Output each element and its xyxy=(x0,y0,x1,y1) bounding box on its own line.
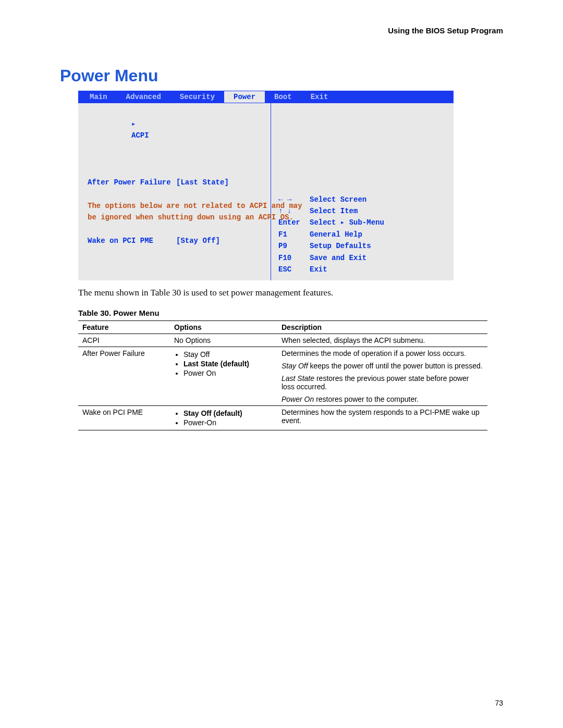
help-row: ESCExit xyxy=(278,264,449,275)
bios-acpi-submenu[interactable]: ▸ ACPI xyxy=(88,106,266,153)
help-row: ← →Select Screen xyxy=(278,194,449,205)
help-row: P9Setup Defaults xyxy=(278,240,449,252)
cell-options: No Options xyxy=(170,334,277,347)
help-row: ↑ ↓Select Item xyxy=(278,205,449,217)
help-text: General Help xyxy=(310,230,362,239)
help-row: F10Save and Exit xyxy=(278,252,449,264)
cell-feature: ACPI xyxy=(78,334,170,347)
bios-body: ▸ ACPI After Power Failure[Last State] T… xyxy=(78,103,454,280)
page: Using the BIOS Setup Program Power Menu … xyxy=(0,0,563,728)
help-key: ESC xyxy=(278,264,310,275)
cell-description: Determines the mode of operation if a po… xyxy=(277,347,487,406)
bios-note-line1: The options below are not related to ACP… xyxy=(88,200,266,212)
help-key: F1 xyxy=(278,229,310,240)
table-caption: Table 30. Power Menu xyxy=(78,309,503,317)
cell-description: Determines how the system responds to a … xyxy=(277,406,487,430)
help-key: P9 xyxy=(278,240,310,252)
bios-field-wake-on-pci-pme[interactable]: Wake on PCI PME[Stay Off] xyxy=(88,235,266,246)
desc-line: Stay Off keeps the power off until the p… xyxy=(282,362,483,370)
power-menu-table: Feature Options Description ACPI No Opti… xyxy=(78,320,487,430)
bios-tab-boot[interactable]: Boot xyxy=(265,91,301,103)
bios-tab-advanced[interactable]: Advanced xyxy=(117,91,170,103)
table-row: Wake on PCI PME Stay Off (default) Power… xyxy=(78,406,487,430)
cell-description: When selected, displays the ACPI submenu… xyxy=(277,334,487,347)
bios-screenshot: Main Advanced Security Power Boot Exit ▸… xyxy=(78,91,454,280)
page-title: Power Menu xyxy=(60,66,503,85)
help-text: Exit xyxy=(310,265,327,274)
list-item: Stay Off (default) xyxy=(183,409,273,417)
col-description: Description xyxy=(277,321,487,334)
header-title: Using the BIOS Setup Program xyxy=(60,26,503,35)
table-row: ACPI No Options When selected, displays … xyxy=(78,334,487,347)
help-text: Select Item xyxy=(310,207,358,215)
desc-line: Determines the mode of operation if a po… xyxy=(282,349,483,357)
col-options: Options xyxy=(170,321,277,334)
cell-options: Stay Off (default) Power-On xyxy=(170,406,277,430)
list-item: Stay Off xyxy=(183,350,273,359)
bios-field-after-power-failure[interactable]: After Power Failure[Last State] xyxy=(88,177,266,188)
help-row: EnterSelect ▸ Sub-Menu xyxy=(278,217,449,228)
submenu-arrow-icon: ▸ xyxy=(131,120,136,128)
field-value: [Last State] xyxy=(176,178,229,187)
desc-line: Power On restores power to the computer. xyxy=(282,395,483,403)
field-value: [Stay Off] xyxy=(176,237,220,245)
help-key: ← → xyxy=(278,194,310,205)
help-row: F1General Help xyxy=(278,229,449,240)
page-number: 73 xyxy=(495,699,503,707)
list-item: Power-On xyxy=(183,418,273,427)
bios-tab-security[interactable]: Security xyxy=(170,91,224,103)
bios-left-pane: ▸ ACPI After Power Failure[Last State] T… xyxy=(78,103,271,280)
table-row: After Power Failure Stay Off Last State … xyxy=(78,347,487,406)
table-header-row: Feature Options Description xyxy=(78,321,487,334)
field-label: Wake on PCI PME xyxy=(88,235,176,246)
cell-feature: After Power Failure xyxy=(78,347,170,406)
help-text: Setup Defaults xyxy=(310,242,371,250)
field-label: After Power Failure xyxy=(88,177,176,188)
bios-acpi-label: ACPI xyxy=(131,131,149,140)
help-text: Select Screen xyxy=(310,195,366,204)
help-key: ↑ ↓ xyxy=(278,205,310,217)
desc-line: Last State restores the previous power s… xyxy=(282,374,483,391)
bios-tab-power[interactable]: Power xyxy=(224,91,265,103)
help-text: Save and Exit xyxy=(310,254,366,262)
bios-tab-exit[interactable]: Exit xyxy=(301,91,338,103)
help-text: Select ▸ Sub-Menu xyxy=(310,218,384,227)
bios-note-line2: be ignored when shutting down using an A… xyxy=(88,212,266,223)
cell-feature: Wake on PCI PME xyxy=(78,406,170,430)
list-item: Power On xyxy=(183,369,273,377)
help-key: F10 xyxy=(278,252,310,264)
bios-tab-main[interactable]: Main xyxy=(80,91,117,103)
caption-text: The menu shown in Table 30 is used to se… xyxy=(78,288,503,298)
col-feature: Feature xyxy=(78,321,170,334)
bios-tab-bar: Main Advanced Security Power Boot Exit xyxy=(78,91,454,103)
list-item: Last State (default) xyxy=(183,360,273,368)
cell-options: Stay Off Last State (default) Power On xyxy=(170,347,277,406)
help-key: Enter xyxy=(278,217,310,228)
bios-help-pane: ← →Select Screen ↑ ↓Select Item EnterSel… xyxy=(271,103,454,280)
